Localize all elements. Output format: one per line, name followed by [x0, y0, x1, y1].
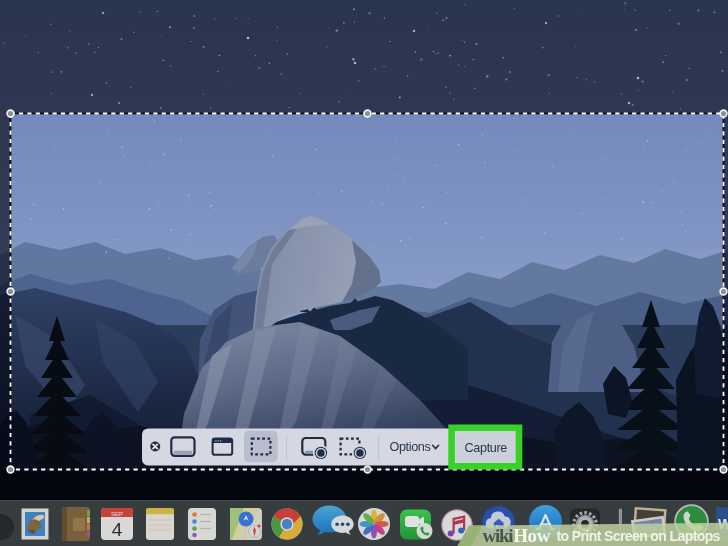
- svg-text:Options: Options: [390, 440, 431, 454]
- svg-text:to Print Screen on Laptops: to Print Screen on Laptops: [557, 528, 721, 544]
- svg-text:Capture: Capture: [465, 441, 508, 455]
- svg-text:wikiHow: wikiHow: [483, 525, 551, 546]
